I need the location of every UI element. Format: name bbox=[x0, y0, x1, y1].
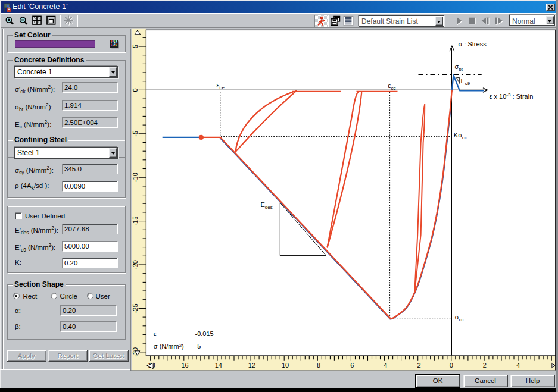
svg-text:0: 0 bbox=[132, 88, 139, 92]
svg-text:-12: -12 bbox=[246, 362, 255, 369]
svg-text:0: 0 bbox=[450, 362, 453, 369]
svg-text:-6: -6 bbox=[348, 362, 354, 369]
svg-text:-10: -10 bbox=[279, 362, 289, 369]
svg-text:2: 2 bbox=[483, 362, 487, 369]
svg-text:-14: -14 bbox=[213, 362, 222, 369]
svg-text:4: 4 bbox=[516, 362, 520, 369]
svg-text:5: 5 bbox=[132, 45, 139, 48]
svg-text:-2: -2 bbox=[415, 362, 421, 369]
svg-text:-4: -4 bbox=[382, 362, 388, 369]
svg-text:-15: -15 bbox=[132, 217, 139, 226]
svg-text:σ : Stress: σ : Stress bbox=[459, 40, 487, 48]
svg-text:-10: -10 bbox=[132, 173, 139, 182]
svg-text:-25: -25 bbox=[132, 303, 139, 313]
svg-text:-20: -20 bbox=[132, 260, 139, 269]
svg-text:-5: -5 bbox=[195, 343, 201, 350]
svg-text:ε: ε bbox=[154, 330, 157, 337]
svg-text:-16: -16 bbox=[179, 362, 189, 369]
svg-text:ε x 10-3 : Strain: ε x 10-3 : Strain bbox=[490, 92, 534, 100]
svg-text:-5: -5 bbox=[132, 131, 139, 137]
svg-text:-8: -8 bbox=[314, 362, 320, 369]
svg-text:-0.015: -0.015 bbox=[195, 330, 214, 337]
